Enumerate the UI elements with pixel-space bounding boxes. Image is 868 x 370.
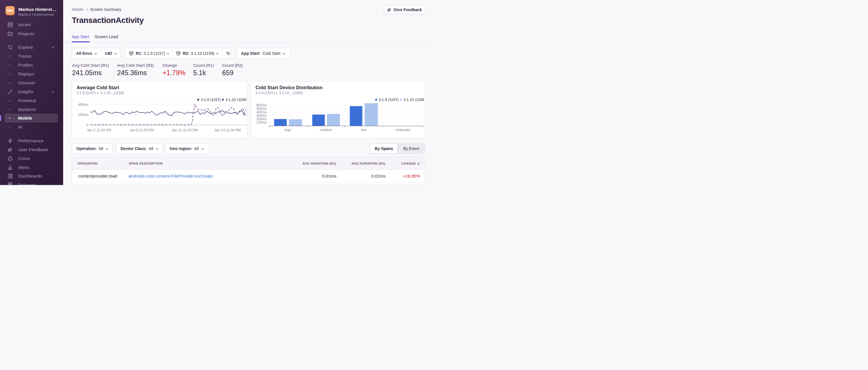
svg-text:400ms: 400ms [78, 103, 88, 107]
svg-text:Jan 14 11:00 PM: Jan 14 11:00 PM [214, 128, 241, 132]
svg-text:Jan 2 11:00 PM: Jan 2 11:00 PM [87, 128, 111, 132]
svg-text:high: high [284, 128, 291, 132]
svg-text:Jan 6 11:00 PM: Jan 6 11:00 PM [130, 128, 154, 132]
svg-text:Jan 10 11:00 PM: Jan 10 11:00 PM [172, 128, 198, 132]
svg-text:0: 0 [86, 123, 88, 127]
svg-text:Unknown: Unknown [396, 128, 410, 132]
svg-text:100ms: 100ms [256, 121, 267, 125]
svg-text:200ms: 200ms [78, 113, 88, 117]
svg-text:low: low [361, 128, 367, 132]
svg-text:medium: medium [320, 128, 332, 132]
